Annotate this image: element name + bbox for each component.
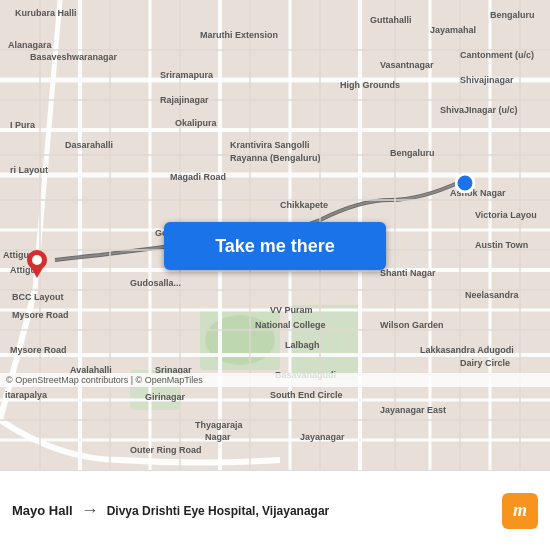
route-from-label: Mayo Hall xyxy=(12,503,73,518)
origin-marker xyxy=(25,248,49,284)
bottom-bar: Mayo Hall → Divya Drishti Eye Hospital, … xyxy=(0,470,550,550)
svg-point-4 xyxy=(205,315,275,365)
svg-point-42 xyxy=(32,255,42,265)
map-attribution: © OpenStreetMap contributors | © OpenMap… xyxy=(0,373,550,387)
route-to-label: Divya Drishti Eye Hospital, Vijayanagar xyxy=(107,504,502,518)
svg-rect-2 xyxy=(290,305,360,380)
take-me-there-button[interactable]: Take me there xyxy=(164,222,386,270)
destination-marker xyxy=(455,173,475,197)
moovit-icon: m xyxy=(502,493,538,529)
map-container: Kurubara HalliMaruthi ExtensionGuttahall… xyxy=(0,0,550,470)
svg-point-43 xyxy=(456,174,474,192)
svg-marker-41 xyxy=(30,266,44,278)
moovit-logo: m xyxy=(502,493,538,529)
route-arrow: → xyxy=(81,500,99,521)
